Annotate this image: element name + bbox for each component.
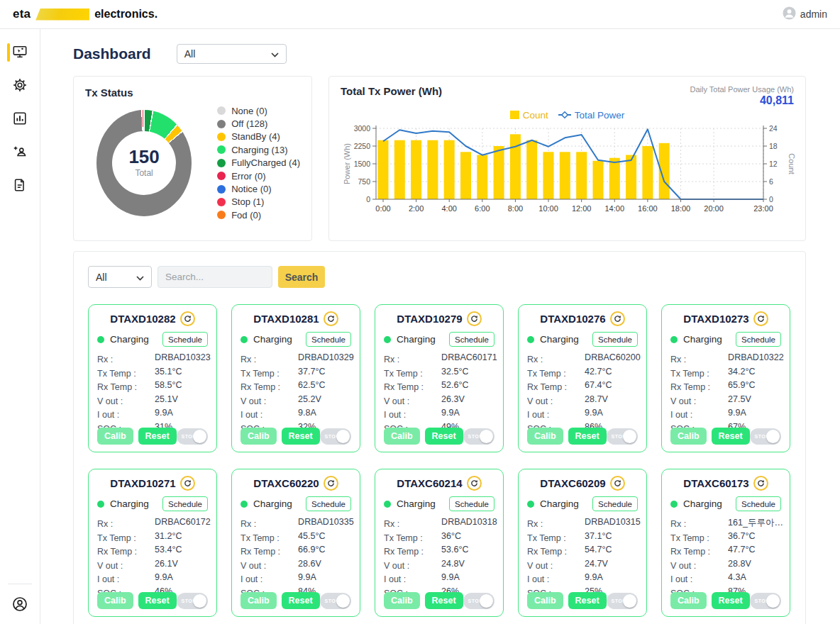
reset-button[interactable]: Reset [712,428,750,445]
schedule-button[interactable]: Schedule [592,332,638,347]
reset-button[interactable]: Reset [568,592,607,609]
stop-toggle-knob [193,594,206,608]
refresh-button[interactable] [324,476,338,491]
field-i-out: I out :4.3A [670,572,781,586]
field-v-out: V out :26.1V [97,559,208,573]
refresh-button[interactable] [753,311,768,326]
stop-toggle[interactable]: STOP [177,428,208,445]
refresh-button[interactable] [610,476,625,491]
stop-toggle[interactable]: STOP [463,593,494,609]
schedule-button[interactable]: Schedule [449,496,494,511]
schedule-button[interactable]: Schedule [306,496,351,511]
legend-item[interactable]: StandBy (4) [217,130,300,143]
field-i-out: I out :9.9A [384,572,494,586]
legend-total-power[interactable]: Total Power [558,108,625,121]
stop-toggle-knob [623,430,636,443]
svg-text:0: 0 [366,195,370,204]
field-rx-temp: Rx Temp :54.7°C [527,545,638,559]
reset-button[interactable]: Reset [712,592,750,609]
refresh-button[interactable] [610,311,625,326]
calib-button[interactable]: Calib [241,428,277,445]
legend-item[interactable]: None (0) [217,104,300,117]
reset-button[interactable]: Reset [138,428,177,445]
reset-button[interactable]: Reset [138,592,177,609]
stop-toggle[interactable]: STOP [177,593,208,609]
refresh-button[interactable] [180,476,195,491]
calib-button[interactable]: Calib [670,428,707,445]
calib-button[interactable]: Calib [527,592,563,609]
reset-button[interactable]: Reset [425,428,463,445]
legend-item[interactable]: Stop (1) [217,196,300,208]
reset-button[interactable]: Reset [282,428,320,445]
reset-button[interactable]: Reset [568,428,607,445]
stop-toggle-knob [766,430,780,443]
calib-button[interactable]: Calib [527,428,563,445]
stop-toggle[interactable]: STOP [607,593,638,609]
brand-text-electronics: electronics. [94,8,158,21]
reset-button[interactable]: Reset [425,592,463,609]
schedule-button[interactable]: Schedule [449,332,494,347]
monitor-icon [12,44,28,62]
legend-item[interactable]: Off (128) [217,117,300,130]
sidebar-item-logs[interactable] [0,169,40,203]
stop-toggle[interactable]: STOP [320,428,351,445]
refresh-button[interactable] [324,311,338,326]
divider [8,584,32,584]
calib-button[interactable]: Calib [241,592,277,609]
legend-item[interactable]: FullyCharged (4) [217,157,300,169]
stop-toggle[interactable]: STOP [750,593,781,609]
legend-dot-icon [217,106,226,115]
schedule-button[interactable]: Schedule [162,332,208,347]
field-rx: Rx :DRBAD10335 [241,517,351,531]
brand-text-eta: eta [13,7,31,21]
stop-toggle[interactable]: STOP [463,428,494,445]
search-input[interactable] [158,266,272,288]
device-filter-select[interactable]: All [88,266,152,288]
schedule-button[interactable]: Schedule [736,332,781,347]
stop-toggle[interactable]: STOP [750,428,781,445]
field-rx: Rx :DRBAD10323 [97,352,208,367]
power-chart-legend: Count Total Power [341,108,794,121]
refresh-button[interactable] [180,311,195,326]
refresh-button[interactable] [467,311,482,326]
legend-item[interactable]: Error (0) [217,169,300,182]
legend-item[interactable]: Notice (0) [217,182,300,195]
schedule-button[interactable]: Schedule [736,496,781,511]
legend-count[interactable]: Count [510,110,548,121]
dashboard-filter-select[interactable]: All [177,44,287,64]
legend-dot-icon [217,120,226,128]
sidebar-item-statistics[interactable] [0,103,40,136]
schedule-button[interactable]: Schedule [592,496,638,511]
calib-button[interactable]: Calib [384,592,420,609]
sidebar-item-settings[interactable] [0,69,40,103]
stop-toggle-knob [480,594,493,608]
device-id: DTAXD10281 [253,313,319,325]
user-menu[interactable]: admin [783,6,827,23]
svg-text:10:00: 10:00 [538,204,558,213]
calib-button[interactable]: Calib [97,428,133,445]
sidebar-item-dashboard[interactable] [0,36,40,69]
refresh-button[interactable] [467,476,482,491]
stop-toggle[interactable]: STOP [607,428,638,445]
sidebar-item-profile[interactable] [11,596,28,615]
tx-status-panel: Tx Status 150 Total None (0)Off (128)Sta… [73,76,312,241]
status-text: Charging [253,498,292,509]
calib-button[interactable]: Calib [670,592,707,609]
refresh-button[interactable] [753,476,768,491]
legend-item[interactable]: Charging (13) [217,143,300,156]
status-dot-icon [527,336,534,343]
legend-dot-icon [217,145,226,154]
device-card: DTAXC60220 Charging Schedule Rx :DRBAD10… [231,469,360,617]
search-button[interactable]: Search [278,266,325,288]
schedule-button[interactable]: Schedule [306,332,351,347]
sidebar-item-add-device[interactable] [0,136,40,169]
schedule-button[interactable]: Schedule [162,496,208,511]
calib-button[interactable]: Calib [384,428,420,445]
stop-toggle[interactable]: STOP [320,593,351,609]
legend-item[interactable]: Fod (0) [217,208,300,221]
field-i-out: I out :9.9A [97,408,208,422]
svg-text:12:00: 12:00 [572,204,592,213]
calib-button[interactable]: Calib [97,592,133,609]
device-card: DTAXC60214 Charging Schedule Rx :DRBAD10… [375,469,504,617]
reset-button[interactable]: Reset [282,592,320,609]
